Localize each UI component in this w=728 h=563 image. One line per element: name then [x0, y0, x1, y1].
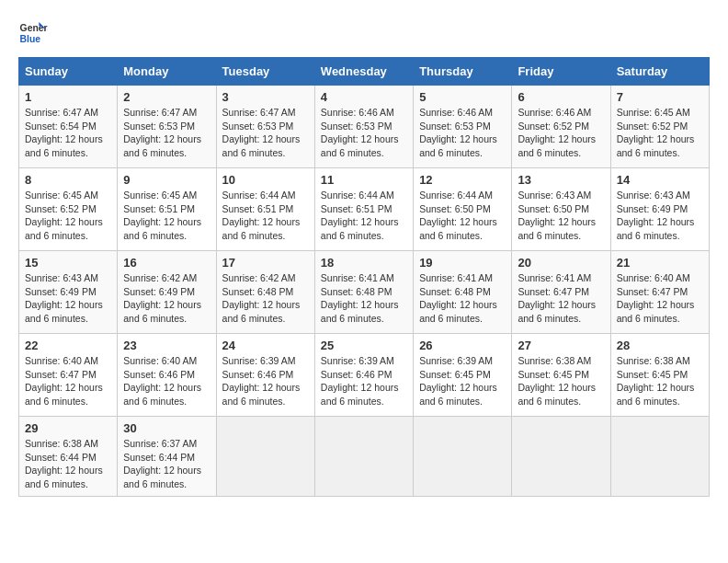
calendar-week-row: 8Sunrise: 6:45 AM Sunset: 6:52 PM Daylig… — [19, 168, 710, 251]
day-number: 20 — [518, 256, 604, 270]
calendar-cell: 1Sunrise: 6:47 AM Sunset: 6:54 PM Daylig… — [19, 86, 118, 168]
day-number: 7 — [617, 90, 703, 104]
day-number: 27 — [518, 339, 604, 352]
calendar-cell — [216, 417, 314, 497]
weekday-header-monday: Monday — [118, 58, 216, 86]
day-number: 28 — [617, 339, 703, 352]
day-number: 4 — [321, 90, 407, 104]
calendar-cell: 13Sunrise: 6:43 AM Sunset: 6:50 PM Dayli… — [512, 168, 610, 251]
day-number: 26 — [419, 339, 506, 352]
day-info: Sunrise: 6:43 AM Sunset: 6:50 PM Dayligh… — [518, 189, 604, 243]
weekday-header-thursday: Thursday — [414, 58, 512, 86]
day-number: 8 — [25, 173, 111, 187]
day-number: 11 — [321, 173, 407, 187]
calendar-cell: 20Sunrise: 6:41 AM Sunset: 6:47 PM Dayli… — [512, 251, 610, 334]
calendar-week-row: 15Sunrise: 6:43 AM Sunset: 6:49 PM Dayli… — [19, 251, 710, 334]
day-info: Sunrise: 6:38 AM Sunset: 6:45 PM Dayligh… — [617, 354, 703, 408]
calendar-table: SundayMondayTuesdayWednesdayThursdayFrid… — [18, 57, 710, 497]
weekday-header-saturday: Saturday — [610, 58, 709, 86]
day-info: Sunrise: 6:47 AM Sunset: 6:53 PM Dayligh… — [222, 106, 309, 160]
calendar-cell: 22Sunrise: 6:40 AM Sunset: 6:47 PM Dayli… — [19, 334, 118, 417]
calendar-cell: 11Sunrise: 6:44 AM Sunset: 6:51 PM Dayli… — [314, 168, 413, 251]
calendar-cell — [512, 417, 610, 497]
day-info: Sunrise: 6:47 AM Sunset: 6:54 PM Dayligh… — [25, 106, 111, 160]
day-number: 12 — [419, 173, 506, 187]
day-number: 1 — [25, 90, 111, 104]
calendar-cell: 17Sunrise: 6:42 AM Sunset: 6:48 PM Dayli… — [216, 251, 314, 334]
logo-icon: General Blue — [18, 18, 48, 48]
calendar-cell: 29Sunrise: 6:38 AM Sunset: 6:44 PM Dayli… — [19, 417, 118, 497]
day-info: Sunrise: 6:46 AM Sunset: 6:52 PM Dayligh… — [518, 106, 604, 160]
page-header: General Blue — [18, 18, 710, 48]
day-number: 19 — [419, 256, 506, 270]
svg-text:General: General — [20, 23, 48, 33]
day-info: Sunrise: 6:45 AM Sunset: 6:52 PM Dayligh… — [617, 106, 703, 160]
calendar-cell: 16Sunrise: 6:42 AM Sunset: 6:49 PM Dayli… — [118, 251, 216, 334]
calendar-cell — [414, 417, 512, 497]
calendar-cell: 24Sunrise: 6:39 AM Sunset: 6:46 PM Dayli… — [216, 334, 314, 417]
logo: General Blue — [18, 18, 48, 48]
day-info: Sunrise: 6:46 AM Sunset: 6:53 PM Dayligh… — [419, 106, 506, 160]
day-number: 2 — [123, 90, 210, 104]
day-number: 29 — [25, 421, 111, 435]
day-info: Sunrise: 6:43 AM Sunset: 6:49 PM Dayligh… — [617, 189, 703, 243]
day-info: Sunrise: 6:43 AM Sunset: 6:49 PM Dayligh… — [25, 271, 111, 326]
day-info: Sunrise: 6:42 AM Sunset: 6:49 PM Dayligh… — [123, 271, 210, 326]
day-number: 13 — [518, 173, 604, 187]
svg-text:Blue: Blue — [20, 34, 41, 44]
calendar-cell: 21Sunrise: 6:40 AM Sunset: 6:47 PM Dayli… — [610, 251, 709, 334]
day-info: Sunrise: 6:44 AM Sunset: 6:51 PM Dayligh… — [321, 189, 407, 243]
day-info: Sunrise: 6:45 AM Sunset: 6:52 PM Dayligh… — [25, 189, 111, 243]
day-number: 10 — [222, 173, 309, 187]
day-info: Sunrise: 6:39 AM Sunset: 6:46 PM Dayligh… — [222, 354, 309, 408]
day-info: Sunrise: 6:44 AM Sunset: 6:51 PM Dayligh… — [222, 189, 309, 243]
day-info: Sunrise: 6:39 AM Sunset: 6:45 PM Dayligh… — [419, 354, 506, 408]
weekday-header-wednesday: Wednesday — [314, 58, 413, 86]
calendar-cell — [610, 417, 709, 497]
day-number: 18 — [321, 256, 407, 270]
day-number: 9 — [123, 173, 210, 187]
calendar-week-row: 22Sunrise: 6:40 AM Sunset: 6:47 PM Dayli… — [19, 334, 710, 417]
calendar-cell: 26Sunrise: 6:39 AM Sunset: 6:45 PM Dayli… — [414, 334, 512, 417]
day-number: 30 — [123, 421, 210, 435]
weekday-header-tuesday: Tuesday — [216, 58, 314, 86]
calendar-cell: 10Sunrise: 6:44 AM Sunset: 6:51 PM Dayli… — [216, 168, 314, 251]
day-info: Sunrise: 6:37 AM Sunset: 6:44 PM Dayligh… — [123, 437, 210, 491]
day-info: Sunrise: 6:41 AM Sunset: 6:48 PM Dayligh… — [419, 271, 506, 326]
calendar-week-row: 29Sunrise: 6:38 AM Sunset: 6:44 PM Dayli… — [19, 417, 710, 497]
day-info: Sunrise: 6:38 AM Sunset: 6:45 PM Dayligh… — [518, 354, 604, 408]
calendar-week-row: 1Sunrise: 6:47 AM Sunset: 6:54 PM Daylig… — [19, 86, 710, 168]
day-number: 6 — [518, 90, 604, 104]
day-info: Sunrise: 6:41 AM Sunset: 6:48 PM Dayligh… — [321, 271, 407, 326]
day-number: 25 — [321, 339, 407, 352]
calendar-cell: 27Sunrise: 6:38 AM Sunset: 6:45 PM Dayli… — [512, 334, 610, 417]
calendar-cell: 23Sunrise: 6:40 AM Sunset: 6:46 PM Dayli… — [118, 334, 216, 417]
day-number: 23 — [123, 339, 210, 352]
calendar-cell: 30Sunrise: 6:37 AM Sunset: 6:44 PM Dayli… — [118, 417, 216, 497]
calendar-cell: 8Sunrise: 6:45 AM Sunset: 6:52 PM Daylig… — [19, 168, 118, 251]
day-info: Sunrise: 6:45 AM Sunset: 6:51 PM Dayligh… — [123, 189, 210, 243]
day-info: Sunrise: 6:42 AM Sunset: 6:48 PM Dayligh… — [222, 271, 309, 326]
day-number: 5 — [419, 90, 506, 104]
day-info: Sunrise: 6:40 AM Sunset: 6:47 PM Dayligh… — [617, 271, 703, 326]
day-info: Sunrise: 6:44 AM Sunset: 6:50 PM Dayligh… — [419, 189, 506, 243]
day-number: 3 — [222, 90, 309, 104]
day-number: 14 — [617, 173, 703, 187]
calendar-cell: 12Sunrise: 6:44 AM Sunset: 6:50 PM Dayli… — [414, 168, 512, 251]
day-info: Sunrise: 6:40 AM Sunset: 6:47 PM Dayligh… — [25, 354, 111, 408]
calendar-cell: 6Sunrise: 6:46 AM Sunset: 6:52 PM Daylig… — [512, 86, 610, 168]
day-number: 15 — [25, 256, 111, 270]
day-number: 22 — [25, 339, 111, 352]
calendar-cell: 15Sunrise: 6:43 AM Sunset: 6:49 PM Dayli… — [19, 251, 118, 334]
day-info: Sunrise: 6:38 AM Sunset: 6:44 PM Dayligh… — [25, 437, 111, 491]
day-number: 16 — [123, 256, 210, 270]
calendar-cell: 28Sunrise: 6:38 AM Sunset: 6:45 PM Dayli… — [610, 334, 709, 417]
day-info: Sunrise: 6:46 AM Sunset: 6:53 PM Dayligh… — [321, 106, 407, 160]
day-number: 21 — [617, 256, 703, 270]
calendar-cell: 2Sunrise: 6:47 AM Sunset: 6:53 PM Daylig… — [118, 86, 216, 168]
day-number: 17 — [222, 256, 309, 270]
weekday-header-friday: Friday — [512, 58, 610, 86]
calendar-cell: 18Sunrise: 6:41 AM Sunset: 6:48 PM Dayli… — [314, 251, 413, 334]
day-info: Sunrise: 6:47 AM Sunset: 6:53 PM Dayligh… — [123, 106, 210, 160]
calendar-header-row: SundayMondayTuesdayWednesdayThursdayFrid… — [19, 58, 710, 86]
